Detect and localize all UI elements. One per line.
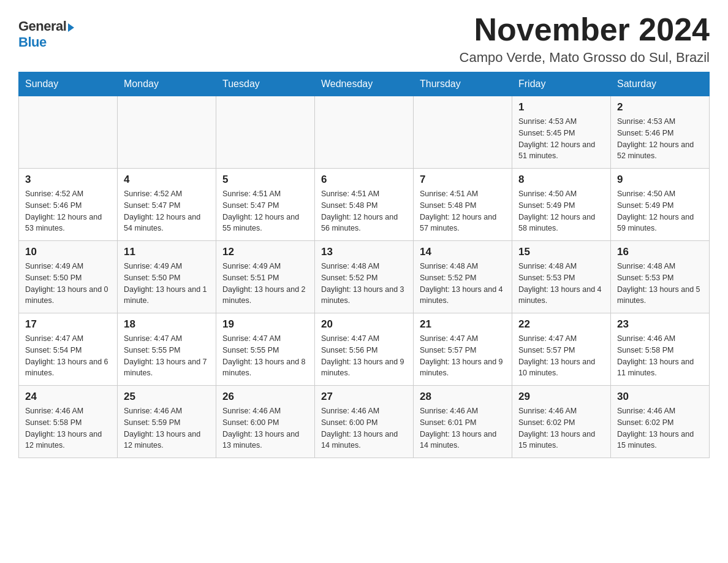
header-monday: Monday	[118, 72, 216, 96]
day-info: Sunrise: 4:48 AMSunset: 5:52 PMDaylight:…	[420, 261, 506, 307]
day-number: 28	[420, 391, 506, 403]
calendar-cell: 1Sunrise: 4:53 AMSunset: 5:45 PMDaylight…	[512, 96, 611, 169]
logo-arrow-icon	[68, 23, 74, 32]
day-number: 21	[420, 318, 506, 331]
calendar-cell: 19Sunrise: 4:47 AMSunset: 5:55 PMDayligh…	[216, 313, 315, 386]
day-number: 14	[420, 246, 506, 258]
day-info: Sunrise: 4:46 AMSunset: 6:01 PMDaylight:…	[420, 405, 506, 451]
day-info: Sunrise: 4:46 AMSunset: 6:02 PMDaylight:…	[617, 405, 703, 451]
calendar-week-row: 10Sunrise: 4:49 AMSunset: 5:50 PMDayligh…	[19, 241, 710, 313]
location-subtitle: Campo Verde, Mato Grosso do Sul, Brazil	[460, 50, 710, 66]
day-number: 9	[617, 174, 703, 186]
calendar-cell: 2Sunrise: 4:53 AMSunset: 5:46 PMDaylight…	[611, 96, 710, 169]
calendar-cell: 5Sunrise: 4:51 AMSunset: 5:47 PMDaylight…	[216, 169, 315, 241]
calendar-cell: 11Sunrise: 4:49 AMSunset: 5:50 PMDayligh…	[118, 241, 216, 313]
calendar-cell: 29Sunrise: 4:46 AMSunset: 6:02 PMDayligh…	[512, 386, 611, 458]
day-info: Sunrise: 4:51 AMSunset: 5:48 PMDaylight:…	[420, 188, 506, 234]
day-number: 15	[518, 246, 604, 258]
day-info: Sunrise: 4:49 AMSunset: 5:50 PMDaylight:…	[124, 261, 210, 307]
header-wednesday: Wednesday	[315, 72, 414, 96]
day-number: 20	[321, 318, 407, 331]
day-number: 30	[617, 391, 703, 403]
day-info: Sunrise: 4:47 AMSunset: 5:55 PMDaylight:…	[222, 333, 308, 379]
calendar-cell: 9Sunrise: 4:50 AMSunset: 5:49 PMDaylight…	[611, 169, 710, 241]
day-info: Sunrise: 4:49 AMSunset: 5:50 PMDaylight:…	[25, 261, 111, 307]
day-info: Sunrise: 4:47 AMSunset: 5:54 PMDaylight:…	[25, 333, 111, 379]
month-year-title: November 2024	[460, 12, 710, 47]
day-number: 18	[124, 318, 210, 331]
day-number: 19	[222, 318, 308, 331]
calendar-week-row: 3Sunrise: 4:52 AMSunset: 5:46 PMDaylight…	[19, 169, 710, 241]
day-number: 29	[518, 391, 604, 403]
calendar-cell	[19, 96, 118, 169]
header-sunday: Sunday	[19, 72, 118, 96]
calendar-cell: 16Sunrise: 4:48 AMSunset: 5:53 PMDayligh…	[611, 241, 710, 313]
day-info: Sunrise: 4:52 AMSunset: 5:46 PMDaylight:…	[25, 188, 111, 234]
day-number: 1	[518, 101, 604, 113]
logo-general-text: General	[18, 18, 66, 34]
calendar-cell: 26Sunrise: 4:46 AMSunset: 6:00 PMDayligh…	[216, 386, 315, 458]
day-number: 13	[321, 246, 407, 258]
logo-blue-text: Blue	[18, 34, 47, 50]
day-info: Sunrise: 4:50 AMSunset: 5:49 PMDaylight:…	[617, 188, 703, 234]
calendar-cell: 28Sunrise: 4:46 AMSunset: 6:01 PMDayligh…	[414, 386, 512, 458]
calendar-cell: 17Sunrise: 4:47 AMSunset: 5:54 PMDayligh…	[19, 313, 118, 386]
calendar-cell: 3Sunrise: 4:52 AMSunset: 5:46 PMDaylight…	[19, 169, 118, 241]
calendar-week-row: 24Sunrise: 4:46 AMSunset: 5:58 PMDayligh…	[19, 386, 710, 458]
calendar-cell: 23Sunrise: 4:46 AMSunset: 5:58 PMDayligh…	[611, 313, 710, 386]
calendar-cell: 13Sunrise: 4:48 AMSunset: 5:52 PMDayligh…	[315, 241, 414, 313]
day-info: Sunrise: 4:49 AMSunset: 5:51 PMDaylight:…	[222, 261, 308, 307]
calendar-cell	[118, 96, 216, 169]
day-number: 4	[124, 174, 210, 186]
calendar-cell: 22Sunrise: 4:47 AMSunset: 5:57 PMDayligh…	[512, 313, 611, 386]
day-info: Sunrise: 4:46 AMSunset: 6:00 PMDaylight:…	[222, 405, 308, 451]
calendar-cell: 24Sunrise: 4:46 AMSunset: 5:58 PMDayligh…	[19, 386, 118, 458]
calendar-cell	[414, 96, 512, 169]
day-info: Sunrise: 4:47 AMSunset: 5:55 PMDaylight:…	[124, 333, 210, 379]
calendar-cell: 30Sunrise: 4:46 AMSunset: 6:02 PMDayligh…	[611, 386, 710, 458]
day-info: Sunrise: 4:51 AMSunset: 5:47 PMDaylight:…	[222, 188, 308, 234]
day-number: 17	[25, 318, 111, 331]
day-info: Sunrise: 4:51 AMSunset: 5:48 PMDaylight:…	[321, 188, 407, 234]
day-info: Sunrise: 4:46 AMSunset: 6:02 PMDaylight:…	[518, 405, 604, 451]
day-number: 27	[321, 391, 407, 403]
calendar-week-row: 1Sunrise: 4:53 AMSunset: 5:45 PMDaylight…	[19, 96, 710, 169]
day-number: 25	[124, 391, 210, 403]
day-info: Sunrise: 4:46 AMSunset: 5:58 PMDaylight:…	[25, 405, 111, 451]
header-thursday: Thursday	[414, 72, 512, 96]
day-number: 10	[25, 246, 111, 258]
day-number: 23	[617, 318, 703, 331]
day-info: Sunrise: 4:53 AMSunset: 5:46 PMDaylight:…	[617, 116, 703, 162]
calendar-cell: 18Sunrise: 4:47 AMSunset: 5:55 PMDayligh…	[118, 313, 216, 386]
day-number: 22	[518, 318, 604, 331]
day-info: Sunrise: 4:46 AMSunset: 5:59 PMDaylight:…	[124, 405, 210, 451]
day-number: 2	[617, 101, 703, 113]
day-number: 26	[222, 391, 308, 403]
header-saturday: Saturday	[611, 72, 710, 96]
calendar-cell: 8Sunrise: 4:50 AMSunset: 5:49 PMDaylight…	[512, 169, 611, 241]
day-info: Sunrise: 4:53 AMSunset: 5:45 PMDaylight:…	[518, 116, 604, 162]
calendar-cell: 12Sunrise: 4:49 AMSunset: 5:51 PMDayligh…	[216, 241, 315, 313]
day-info: Sunrise: 4:50 AMSunset: 5:49 PMDaylight:…	[518, 188, 604, 234]
day-info: Sunrise: 4:52 AMSunset: 5:47 PMDaylight:…	[124, 188, 210, 234]
day-info: Sunrise: 4:47 AMSunset: 5:56 PMDaylight:…	[321, 333, 407, 379]
calendar-table: Sunday Monday Tuesday Wednesday Thursday…	[18, 72, 710, 458]
calendar-cell: 21Sunrise: 4:47 AMSunset: 5:57 PMDayligh…	[414, 313, 512, 386]
calendar-cell: 7Sunrise: 4:51 AMSunset: 5:48 PMDaylight…	[414, 169, 512, 241]
day-info: Sunrise: 4:46 AMSunset: 6:00 PMDaylight:…	[321, 405, 407, 451]
day-info: Sunrise: 4:48 AMSunset: 5:52 PMDaylight:…	[321, 261, 407, 307]
day-number: 12	[222, 246, 308, 258]
day-info: Sunrise: 4:47 AMSunset: 5:57 PMDaylight:…	[420, 333, 506, 379]
day-number: 11	[124, 246, 210, 258]
day-number: 24	[25, 391, 111, 403]
calendar-cell: 14Sunrise: 4:48 AMSunset: 5:52 PMDayligh…	[414, 241, 512, 313]
header-friday: Friday	[512, 72, 611, 96]
day-info: Sunrise: 4:47 AMSunset: 5:57 PMDaylight:…	[518, 333, 604, 379]
day-number: 5	[222, 174, 308, 186]
header-tuesday: Tuesday	[216, 72, 315, 96]
calendar-header-row: Sunday Monday Tuesday Wednesday Thursday…	[19, 72, 710, 96]
calendar-cell	[216, 96, 315, 169]
day-info: Sunrise: 4:46 AMSunset: 5:58 PMDaylight:…	[617, 333, 703, 379]
calendar-cell: 15Sunrise: 4:48 AMSunset: 5:53 PMDayligh…	[512, 241, 611, 313]
day-info: Sunrise: 4:48 AMSunset: 5:53 PMDaylight:…	[617, 261, 703, 307]
